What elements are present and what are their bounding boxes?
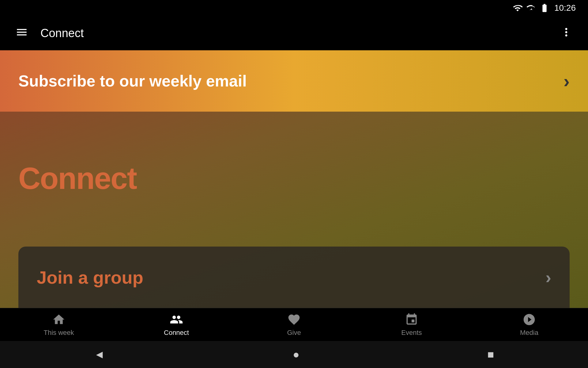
events-icon bbox=[405, 313, 418, 326]
nav-item-give[interactable]: Give bbox=[235, 313, 353, 337]
nav-item-media[interactable]: Media bbox=[470, 313, 588, 337]
signal-icon bbox=[526, 3, 536, 13]
status-icons bbox=[513, 3, 549, 13]
connect-icon bbox=[170, 313, 183, 326]
back-button[interactable]: ◄ bbox=[94, 348, 105, 361]
nav-label-give: Give bbox=[287, 329, 301, 337]
nav-label-media: Media bbox=[520, 329, 538, 337]
status-bar: 10:26 bbox=[0, 0, 588, 16]
give-icon bbox=[287, 313, 301, 326]
app-bar: Connect bbox=[0, 16, 588, 50]
nav-item-connect[interactable]: Connect bbox=[118, 313, 235, 337]
connect-title: Connect bbox=[18, 161, 137, 196]
nav-label-this-week: This week bbox=[43, 329, 74, 337]
subscribe-text: Subscribe to our weekly email bbox=[18, 72, 564, 90]
join-card-chevron-icon: › bbox=[545, 267, 551, 287]
subscribe-chevron-icon: › bbox=[564, 71, 570, 92]
battery-icon bbox=[540, 3, 549, 13]
subscribe-banner[interactable]: Subscribe to our weekly email › bbox=[0, 50, 588, 112]
more-options-button[interactable] bbox=[557, 23, 576, 44]
media-icon bbox=[522, 313, 536, 326]
nav-label-connect: Connect bbox=[164, 329, 189, 337]
home-button[interactable]: ● bbox=[293, 348, 300, 361]
nav-item-this-week[interactable]: This week bbox=[0, 313, 118, 337]
join-group-card[interactable]: Join a group › bbox=[18, 247, 570, 308]
wifi-icon bbox=[513, 3, 522, 13]
nav-label-events: Events bbox=[401, 329, 422, 337]
system-nav-bar: ◄ ● ■ bbox=[0, 341, 588, 368]
nav-item-events[interactable]: Events bbox=[353, 313, 470, 337]
join-card-label: Join a group bbox=[37, 267, 545, 288]
bottom-nav: This week Connect Give Events Media bbox=[0, 308, 588, 341]
home-icon bbox=[52, 313, 66, 326]
main-content: Connect Join a group › bbox=[0, 112, 588, 308]
page-title: Connect bbox=[40, 27, 557, 40]
status-time: 10:26 bbox=[554, 3, 576, 13]
hamburger-button[interactable] bbox=[12, 23, 31, 44]
recents-button[interactable]: ■ bbox=[487, 348, 494, 361]
